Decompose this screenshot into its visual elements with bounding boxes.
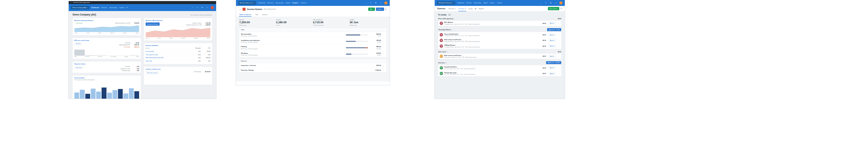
expense-row[interactable]: PY Palmweather Quay Pink York · Spent Ju…: [438, 71, 561, 76]
nav-contacts[interactable]: Contacts: [301, 2, 307, 4]
kebab-menu-icon[interactable]: ⋮: [382, 47, 385, 49]
expense-merchant[interactable]: Palmweather Quay: [444, 72, 541, 73]
kebab-menu-icon[interactable]: ⋮: [557, 39, 560, 41]
task-name[interactable]: Installations and cabinetry: [241, 39, 344, 41]
help-icon[interactable]: ?: [554, 2, 557, 4]
approve-button[interactable]: Approve: [548, 55, 556, 57]
nav-projects[interactable]: Projects: [490, 2, 495, 4]
nav-accounting[interactable]: Accounting: [276, 2, 283, 4]
task-name[interactable]: Plumbing: [241, 52, 344, 54]
tab-invoices[interactable]: Invoices: [262, 13, 267, 17]
expense-merchant[interactable]: Bob's donuts and Pastries: [444, 39, 541, 40]
search-icon[interactable]: [369, 2, 372, 4]
create-new-icon[interactable]: +: [191, 7, 194, 8]
nav-contacts[interactable]: Contacts: [497, 2, 502, 4]
task-name[interactable]: Painting: [241, 46, 344, 48]
account-watchlist-link[interactable]: Account watchlist: [146, 45, 158, 46]
approve-button[interactable]: Approve: [548, 39, 556, 42]
task-row[interactable]: Site demolition 55.00 / hour · 9h 0m est…: [239, 32, 386, 38]
tab-tasks-expenses[interactable]: Tasks & expenses: [239, 13, 252, 17]
nav-business[interactable]: Business: [102, 7, 107, 8]
nav-dashboard[interactable]: Dashboard: [457, 2, 464, 4]
expense-merchant[interactable]: Bob's donuts and Pastries: [444, 54, 541, 56]
nav-accounting[interactable]: Accounting: [110, 7, 117, 8]
expense-row[interactable]: CB OliBagel Burgers Christopher Brown · …: [438, 43, 561, 49]
expense-name[interactable]: Inspection + Consent: [241, 64, 370, 66]
user-avatar[interactable]: [384, 1, 387, 5]
notifications-icon[interactable]: [550, 2, 552, 4]
bank-account-link[interactable]: Business Bank Account: [146, 20, 163, 21]
kebab-menu-icon[interactable]: ⋮: [557, 67, 560, 69]
org-switcher[interactable]: Demo Company (AU) ▾: [71, 6, 89, 9]
invoices-owed-link[interactable]: Invoices owed to you: [146, 68, 160, 70]
back-to-org-link[interactable]: Go back to last organisation: [73, 2, 90, 3]
new-sales-invoice-button[interactable]: New sales invoice: [146, 71, 159, 74]
expense-row[interactable]: SC Bob's donuts and Pastries Sean Crowe …: [438, 53, 561, 59]
kebab-menu-icon[interactable]: ⋮: [557, 55, 560, 57]
kebab-menu-icon[interactable]: ⋮: [382, 34, 385, 36]
tab-your-own[interactable]: Your own11: [448, 6, 456, 11]
reconcile-items-button[interactable]: Reconcile 20 items: [146, 22, 160, 26]
expense-row[interactable]: PY Arrowhead Kitchen Pink York · Spent J…: [438, 65, 561, 71]
kebab-menu-icon[interactable]: ⋮: [557, 34, 560, 36]
help-icon[interactable]: ?: [379, 2, 382, 4]
nav-dashboard[interactable]: Dashboard: [91, 7, 99, 8]
approve-button[interactable]: Approve: [548, 72, 556, 75]
expense-merchant[interactable]: OliBagel Burgers: [444, 45, 541, 46]
create-new-icon[interactable]: +: [540, 2, 542, 4]
account-link[interactable]: Office Expenses (453): [146, 54, 191, 56]
kebab-menu-icon[interactable]: ⋮: [382, 69, 385, 71]
back-arrow-icon[interactable]: ←: [71, 2, 72, 3]
notifications-icon[interactable]: [201, 7, 204, 8]
expense-row[interactable]: CB Bill's Baskets Christopher Brown · Sp…: [438, 21, 561, 26]
account-link[interactable]: Sales (200): [146, 60, 191, 62]
expense-row[interactable]: CB Gary's Gold Standard Christopher Brow…: [438, 32, 561, 38]
kebab-menu-icon[interactable]: ⋮: [137, 77, 139, 79]
nav-business[interactable]: Business: [467, 2, 472, 4]
create-new-icon[interactable]: +: [365, 2, 367, 4]
search-icon[interactable]: [544, 2, 547, 4]
nav-dashboard[interactable]: Dashboard: [258, 2, 266, 4]
tab-to-pay[interactable]: To pay: [468, 6, 472, 11]
kebab-menu-icon[interactable]: ⋮: [137, 39, 139, 41]
task-name[interactable]: Site demolition: [241, 33, 344, 35]
nav-payroll[interactable]: Payroll: [483, 2, 487, 4]
account-link[interactable]: PAYG Withholding Payable (825): [146, 57, 191, 59]
expense-claims-link[interactable]: Expense claims: [74, 63, 85, 65]
kebab-menu-icon[interactable]: ⋮: [208, 45, 210, 46]
back-arrow-icon[interactable]: ←: [239, 8, 241, 11]
nav-business[interactable]: Business: [268, 2, 274, 4]
kebab-menu-icon[interactable]: ⋮: [382, 40, 385, 42]
task-row[interactable]: Plumbing 90.00 / hour · 10h 0m estimated…: [239, 51, 386, 57]
approve-button[interactable]: Approve: [548, 45, 556, 47]
new-claim-button[interactable]: New claim: [74, 66, 83, 69]
total-cashflow-link[interactable]: Total cashflow: [74, 77, 84, 79]
org-switcher[interactable]: Hornblower Enterprises ▾: [437, 1, 455, 5]
nav-payroll[interactable]: Payroll: [119, 7, 124, 8]
tab-explorer[interactable]: Explorer: [479, 6, 484, 11]
nav-projects[interactable]: Pr: [126, 7, 128, 8]
help-icon[interactable]: ?: [206, 7, 208, 8]
kebab-menu-icon[interactable]: ⋮: [382, 53, 385, 55]
expense-row[interactable]: Flooring + Fittings 1,500.00 ⋮: [239, 68, 386, 72]
new-bill-button[interactable]: New bill: [74, 42, 82, 45]
approve-all-button[interactable]: Approve all · 1,264.86: [546, 61, 561, 64]
kebab-menu-icon[interactable]: ⋮: [557, 22, 560, 24]
kebab-menu-icon[interactable]: ⋮: [208, 20, 210, 21]
user-avatar[interactable]: [559, 1, 563, 5]
kebab-menu-icon[interactable]: ⋮: [137, 63, 139, 65]
gear-icon[interactable]: ⚙: [385, 8, 387, 10]
nav-accounting[interactable]: Accounting: [474, 2, 481, 4]
approve-button[interactable]: Approve: [548, 34, 556, 36]
kebab-menu-icon[interactable]: ⋮: [557, 73, 560, 74]
tab-time[interactable]: Time: [255, 13, 259, 17]
account-link[interactable]: Inventory (630): [146, 51, 191, 52]
expense-row[interactable]: Inspection + Consent 450.00 ⋮: [239, 63, 386, 68]
expense-name[interactable]: Flooring + Fittings: [241, 69, 370, 71]
nav-projects[interactable]: Projects: [293, 2, 298, 4]
notifications-icon[interactable]: [375, 2, 377, 4]
expense-merchant[interactable]: Arrowhead Kitchen: [444, 66, 541, 68]
kebab-menu-icon[interactable]: ⋮: [557, 45, 560, 47]
invoice-button[interactable]: Invoice ▾: [376, 8, 384, 11]
kebab-menu-icon[interactable]: ⋮: [382, 64, 385, 66]
